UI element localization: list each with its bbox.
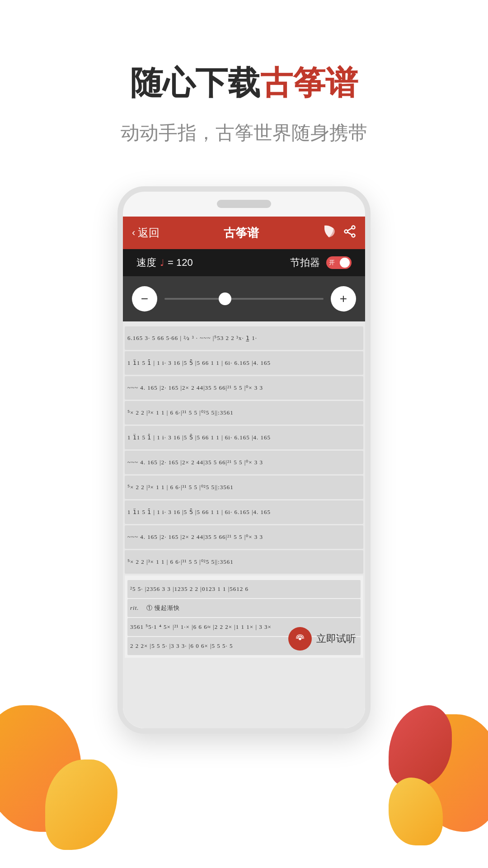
slider-minus-button[interactable]: − xyxy=(132,286,157,311)
list-item: rit. ① 慢起渐快 xyxy=(127,599,361,617)
phone-mockup: ‹ 返回 古筝谱 xyxy=(117,186,371,734)
bookmark-icon[interactable] xyxy=(323,225,335,241)
list-item: ⁵× 2 2 |³× 1 1 | 6 6·|³¹ 5 5 |⁰²5 5||:35… xyxy=(125,476,363,499)
list-item: ~~~ 4. 165 |2· 165 |2× 2 44|35 5 66|²¹ 5… xyxy=(125,525,363,549)
speed-label: 速度 ♩ = 120 xyxy=(136,256,193,269)
list-item: 6.165 3· 5 66 5·66 | ²⁄₂ ³ · ~~~ |⁵53 2 … xyxy=(125,326,363,350)
speed-bar: 速度 ♩ = 120 节拍器 开 xyxy=(123,249,365,276)
speed-text: 速度 xyxy=(136,256,156,269)
back-button[interactable]: ‹ 返回 xyxy=(132,226,160,240)
main-title-part1: 随心下载 xyxy=(130,65,260,101)
trial-listen-button[interactable] xyxy=(288,627,312,651)
metronome-toggle[interactable]: 开 xyxy=(326,256,352,269)
svg-point-5 xyxy=(299,637,301,640)
toggle-knob xyxy=(340,258,350,268)
slider-track[interactable] xyxy=(164,298,324,300)
phone-speaker xyxy=(217,200,271,208)
toggle-on-label: 开 xyxy=(329,259,335,267)
list-item: ⁵× 2 2 |³× 1 1 | 6 6·|³¹ 5 5 |⁰²5 5||:35… xyxy=(125,550,363,574)
svg-point-0 xyxy=(352,226,355,229)
header-section: 随心下载古筝谱 动动手指，古筝世界随身携带 xyxy=(0,0,488,173)
back-chevron-icon: ‹ xyxy=(132,227,135,239)
back-label: 返回 xyxy=(138,226,160,240)
slider-thumb[interactable] xyxy=(219,292,231,305)
sub-title: 动动手指，古筝世界随身携带 xyxy=(0,120,488,146)
list-item: ~~~ 4. 165 |2· 165 |2× 2 44|35 5 66|²¹ 5… xyxy=(125,376,363,400)
main-title: 随心下载古筝谱 xyxy=(0,63,488,102)
note-icon: ♩ xyxy=(160,257,164,268)
list-item: 1 1̈1 5 1̄ | 1 i· 3 16 |5 5̄ |5 66 1 1 |… xyxy=(125,426,363,449)
svg-line-3 xyxy=(347,228,352,231)
svg-point-1 xyxy=(344,230,347,233)
app-header: ‹ 返回 古筝谱 xyxy=(123,217,365,249)
list-item: ⁵× 2 2 |³× 1 1 | 6 6·|³¹ 5 5 |⁰²5 5||:35… xyxy=(125,401,363,425)
speed-value: = 120 xyxy=(168,257,193,269)
list-item: ²5 5· |2356 3 3 |1235 2 2 |0123 1 1 |561… xyxy=(127,580,361,598)
phone-screen: ‹ 返回 古筝谱 xyxy=(123,217,365,728)
sheet-music-area: 6.165 3· 5 66 5·66 | ²⁄₂ ³ · ~~~ |⁵53 2 … xyxy=(123,321,365,728)
main-title-accent: 古筝谱 xyxy=(260,65,358,101)
phone-container: ‹ 返回 古筝谱 xyxy=(0,173,488,734)
svg-point-2 xyxy=(352,234,355,237)
header-icons xyxy=(323,225,356,241)
slider-area: − + xyxy=(123,276,365,321)
svg-line-4 xyxy=(347,232,352,235)
app-title: 古筝谱 xyxy=(224,225,259,241)
metronome-label: 节拍器 xyxy=(290,256,320,269)
list-item: 1 1̈1 5 1̄ | 1 i· 3 16 |5 5̄ |5 66 1 1 |… xyxy=(125,351,363,375)
trial-listen-container: 立即试听 xyxy=(288,627,356,651)
bottom-section: ²5 5· |2356 3 3 |1235 2 2 |0123 1 1 |561… xyxy=(125,576,363,658)
list-item: ~~~ 4. 165 |2· 165 |2× 2 44|35 5 66|²¹ 5… xyxy=(125,451,363,474)
slider-plus-button[interactable]: + xyxy=(331,286,356,311)
list-item: 1 1̈1 5 1̄ | 1 i· 3 16 |5 5̄ |5 66 1 1 |… xyxy=(125,500,363,524)
metronome-section: 节拍器 开 xyxy=(290,256,352,269)
share-icon[interactable] xyxy=(343,225,356,241)
trial-listen-label[interactable]: 立即试听 xyxy=(316,632,356,646)
